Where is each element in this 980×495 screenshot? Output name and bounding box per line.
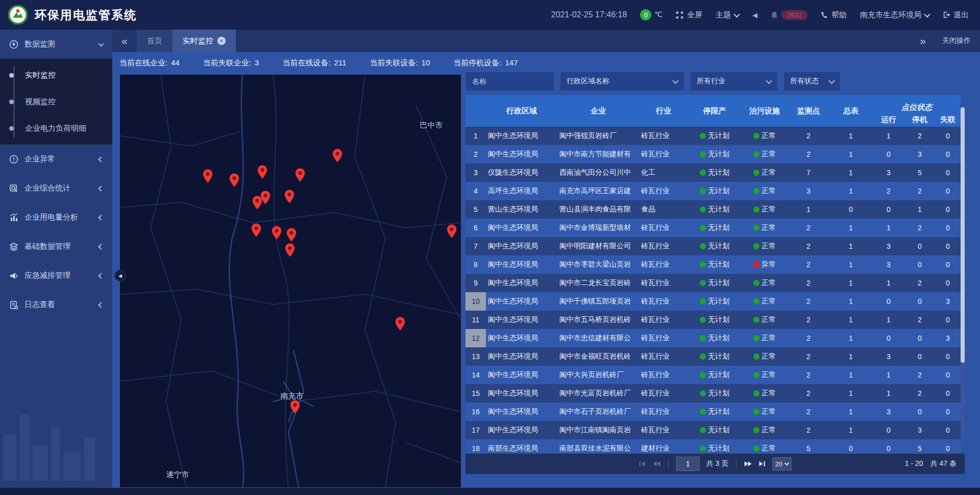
- table-row[interactable]: 12 阆中生态环境局 阆中市忠信建材有限公 砖瓦行业 无计划 正常 2 1 0: [465, 329, 961, 347]
- tab-home[interactable]: 首页: [137, 30, 173, 52]
- cell-lost: 0: [935, 352, 961, 361]
- map-pin-icon[interactable]: [295, 168, 306, 182]
- next-page-button[interactable]: [744, 461, 752, 467]
- notification-count-badge: 2632: [781, 10, 807, 20]
- map-pin-icon[interactable]: [284, 190, 295, 204]
- tabs-scroll-left-icon[interactable]: «: [112, 30, 137, 52]
- cell-stop: 0: [904, 334, 935, 342]
- sidebar-item-base-data-management[interactable]: 基础数据管理: [0, 232, 112, 261]
- table-row[interactable]: 4 高坪生态环境局 南充市高坪区王家店建 砖瓦行业 无计划 正常 3 1 2: [465, 182, 961, 200]
- row-index: 14: [465, 366, 486, 384]
- org-user-dropdown[interactable]: 南充市生态环境局: [860, 10, 929, 20]
- sidebar-item-data-monitoring[interactable]: 数据监测: [0, 30, 112, 59]
- cell-facility-status: 正常: [741, 205, 788, 214]
- cell-region: 仪陇生态环境局: [486, 168, 557, 177]
- sidebar-item-power-usage-analysis[interactable]: 企业用电量分析: [0, 203, 112, 232]
- table-row[interactable]: 6 阆中生态环境局 阆中市金博瑞新型墙材 砖瓦行业 无计划 正常 2 1 1: [465, 219, 961, 237]
- sidebar-item-log-viewer[interactable]: 日志查看: [0, 290, 112, 319]
- table-row[interactable]: 11 阆中生态环境局 阆中市五马桥页岩机砖 砖瓦行业 无计划 正常 2 1 1: [465, 311, 961, 329]
- map-pin-icon[interactable]: [260, 191, 271, 205]
- sidebar-item-company-abnormal[interactable]: 企业异常: [0, 145, 112, 174]
- map-pin-icon[interactable]: [251, 223, 262, 238]
- map-pin-icon[interactable]: [395, 317, 406, 331]
- table-row[interactable]: 8 阆中生态环境局 阆中市枣碧大梁山页岩 砖瓦行业 无计划 异常 2 1 3: [465, 255, 961, 274]
- last-page-button[interactable]: [758, 461, 766, 467]
- table-row[interactable]: 13 阆中生态环境局 阆中市金福旺页岩机砖 砖瓦行业 无计划 正常 2 1 3: [465, 347, 961, 366]
- cell-company: 阆中市金博瑞新型墙材: [557, 223, 639, 232]
- map-pin-icon[interactable]: [285, 243, 296, 257]
- map-pin-icon[interactable]: [290, 400, 301, 414]
- fullscreen-button[interactable]: 全屏: [676, 10, 702, 20]
- table-row[interactable]: 1 阆中生态环境局 阆中强锐页岩砖厂 砖瓦行业 无计划 正常 2 1 1: [465, 127, 961, 145]
- stats-bar: 当前在线企业: 44 当前失联企业: 3 当前在线设备: 211 当前失联设备:…: [119, 52, 980, 74]
- tab-realtime-monitoring[interactable]: 实时监控 ✕: [173, 30, 236, 52]
- logout-button[interactable]: 退出: [943, 10, 969, 20]
- region-select-value: 行政区域名称: [567, 77, 666, 86]
- stat-label: 当前停机设备:: [453, 58, 501, 68]
- map-canvas[interactable]: 巴中市南充市遂宁市: [120, 75, 461, 487]
- status-dot-icon: [753, 280, 760, 286]
- sidebar-item-power-load-detail[interactable]: 企业电力负荷明细: [0, 115, 112, 142]
- notifications[interactable]: 2632: [771, 10, 807, 20]
- cell-company: 阆中大兴页岩机砖厂: [557, 370, 639, 380]
- table-row[interactable]: 5 营山生态环境局 营山县润丰肉食品有限 食品 无计划 正常 1 0 0: [465, 200, 961, 219]
- sidebar-item-realtime-monitoring[interactable]: 实时监控: [0, 62, 112, 88]
- table-row[interactable]: 17 阆中生态环境局 阆中市江南镇阆南页岩 砖瓦行业 无计划 正常 2 1 0: [465, 421, 961, 439]
- scrollbar-thumb[interactable]: [961, 107, 965, 363]
- fullscreen-icon: [676, 11, 683, 19]
- chevron-down-icon: [924, 11, 930, 17]
- chevron-left-icon: [98, 185, 104, 191]
- sidebar-item-company-statistics[interactable]: 企业综合统计: [0, 174, 112, 203]
- table-row[interactable]: 16 阆中生态环境局 阆中市石子页岩机砖厂 砖瓦行业 无计划 正常 2 1 3: [465, 403, 961, 421]
- table-row[interactable]: 7 阆中生态环境局 阆中明阳建材有限公司 砖瓦行业 无计划 正常 2 1 3: [465, 237, 961, 255]
- cell-total: 1: [829, 352, 873, 361]
- tabs-scroll-right-icon[interactable]: »: [911, 30, 935, 52]
- sidebar-item-emergency-reduction[interactable]: 应急减排管理: [0, 261, 112, 290]
- map-pin-icon[interactable]: [332, 149, 343, 163]
- pagination-bar: | 共 3 页 | 20 1 - 20 共 47 条: [465, 454, 965, 474]
- table-scrollbar[interactable]: [961, 107, 965, 434]
- sidebar-item-video-monitoring[interactable]: 视频监控: [0, 88, 112, 115]
- table-row[interactable]: 9 阆中生态环境局 阆中市二龙长宝页岩砖 砖瓦行业 无计划 正常 2 1 1: [465, 274, 961, 292]
- map-pin-icon[interactable]: [229, 173, 240, 187]
- map-pin-icon[interactable]: [447, 224, 457, 239]
- map-panel[interactable]: 巴中市南充市遂宁市: [120, 75, 461, 487]
- table-row[interactable]: 18 南部生态环境局 南部县双佳水泥有限公 建材行业 无计划 正常 5 0 0: [465, 439, 961, 454]
- status-select[interactable]: 所有状态: [783, 72, 841, 91]
- stat-label: 当前在线设备:: [282, 58, 330, 68]
- table-row[interactable]: 2 阆中生态环境局 阆中市南方节能建材有 砖瓦行业 无计划 正常 2 1 0: [465, 145, 961, 163]
- theme-dropdown[interactable]: 主题: [716, 10, 739, 20]
- map-pin-icon[interactable]: [203, 169, 213, 183]
- stat-value: 3: [255, 58, 259, 68]
- table-row[interactable]: 10 阆中生态环境局 阆中千佛镇五郎垭页岩 砖瓦行业 无计划 正常 2 1 0: [465, 292, 961, 311]
- cell-company: 阆中市枣碧大梁山页岩: [557, 260, 639, 269]
- tab-label: 首页: [147, 36, 162, 46]
- table-row[interactable]: 14 阆中生态环境局 阆中大兴页岩机砖厂 砖瓦行业 无计划 正常 2 1 1: [465, 366, 961, 384]
- table-row[interactable]: 3 仪陇生态环境局 西南油气田分公司川中 化工 无计划 正常 7 1 3: [465, 163, 961, 182]
- sound-toggle[interactable]: ◀: [752, 11, 757, 19]
- map-pin-icon[interactable]: [286, 228, 297, 242]
- temperature-badge: 0: [640, 9, 651, 20]
- map-pin-icon[interactable]: [257, 165, 268, 179]
- map-pin-icon[interactable]: [272, 226, 282, 240]
- cell-points: 1: [788, 205, 829, 214]
- industry-select[interactable]: 所有行业: [690, 72, 778, 91]
- cell-run: 1: [873, 389, 904, 397]
- page-size-select[interactable]: 20: [772, 457, 791, 470]
- panel-collapse-toggle[interactable]: ◀: [114, 270, 126, 281]
- name-search-input[interactable]: [465, 72, 554, 91]
- page-number-input[interactable]: [676, 457, 700, 471]
- table-row[interactable]: 15 阆中生态环境局 阆中市光富页岩机砖厂 砖瓦行业 无计划 正常 2 1 1: [465, 384, 961, 403]
- help-button[interactable]: 帮助: [821, 10, 847, 20]
- cell-company: 阆中千佛镇五郎垭页岩: [557, 297, 639, 306]
- close-operations-button[interactable]: 关闭操作: [942, 36, 971, 45]
- first-page-button[interactable]: [639, 461, 646, 467]
- status-dot-icon: [753, 409, 760, 415]
- stat-item: 当前失联企业: 3: [203, 58, 259, 68]
- map-city-label: 南充市: [281, 391, 304, 401]
- prev-page-button[interactable]: [653, 461, 661, 467]
- status-dot-icon: [700, 409, 706, 415]
- cell-limit-status: 无计划: [688, 260, 741, 269]
- tab-close-icon[interactable]: ✕: [217, 37, 226, 45]
- region-select[interactable]: 行政区域名称: [560, 72, 684, 91]
